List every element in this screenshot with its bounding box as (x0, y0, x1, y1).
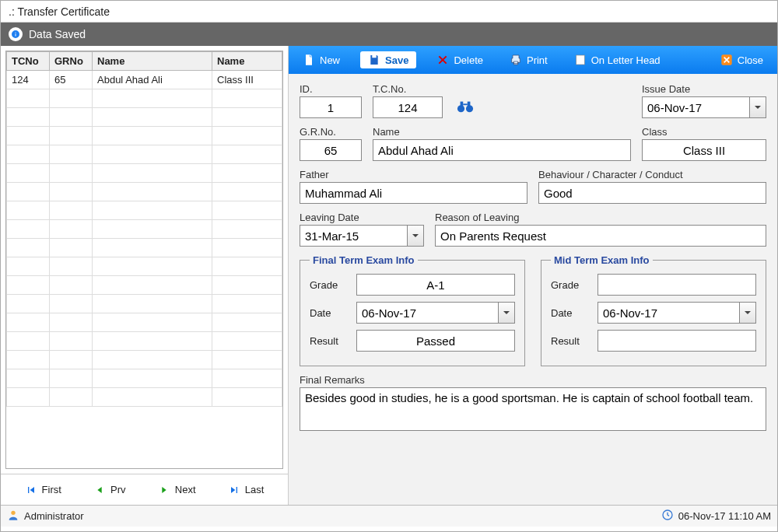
issuedate-dropdown[interactable] (642, 96, 766, 118)
mt-result-field[interactable] (598, 330, 756, 352)
table-row: . (7, 332, 282, 351)
nav-prev-button[interactable]: Prv (89, 481, 131, 499)
chevron-down-icon (412, 230, 419, 242)
cell-name: Abdul Ahad Ali (93, 71, 212, 89)
father-field[interactable] (300, 182, 527, 204)
svg-rect-5 (468, 101, 471, 106)
nav-prev-label: Prv (110, 484, 126, 495)
nav-last-label: Last (245, 484, 265, 495)
status-message: Data Saved (29, 28, 86, 40)
chevron-down-icon (503, 307, 510, 319)
letterhead-button[interactable]: On Letter Head (568, 51, 667, 68)
final-term-group: Final Term Exam Info Grade Date Result (300, 254, 525, 366)
tcno-label: T.C.No. (373, 83, 443, 95)
father-label: Father (300, 169, 527, 180)
table-row: . (7, 164, 282, 183)
mt-date-field[interactable] (598, 302, 739, 324)
window-title: .: Transfer Certificate (1, 1, 777, 23)
id-field[interactable] (300, 96, 362, 118)
save-button[interactable]: Save (360, 51, 416, 68)
form-pane: New Save Delete Print On Letter Head C (289, 46, 777, 505)
id-label: ID. (300, 83, 362, 95)
mt-date-label: Date (551, 307, 590, 319)
mt-grade-label: Grade (551, 279, 590, 291)
ft-date-dropdown[interactable] (356, 302, 515, 324)
lookup-button[interactable] (454, 96, 477, 118)
footer-datetime: 06-Nov-17 11:10 AM (678, 510, 771, 522)
grno-field[interactable] (300, 139, 362, 161)
name-field[interactable] (373, 139, 631, 161)
nav-first-button[interactable]: First (20, 481, 66, 499)
remarks-label: Final Remarks (300, 374, 766, 386)
col-name[interactable]: Name (93, 52, 212, 71)
table-row: . (7, 220, 282, 239)
leavingdate-label: Leaving Date (300, 212, 424, 223)
table-row: . (7, 183, 282, 201)
new-button[interactable]: New (296, 51, 346, 68)
behaviour-field[interactable] (538, 182, 766, 204)
ft-result-field[interactable] (356, 330, 515, 352)
col-class[interactable]: Name (212, 52, 282, 71)
close-button[interactable]: Close (714, 51, 769, 68)
svg-point-2 (457, 105, 464, 112)
next-icon (158, 484, 170, 496)
table-row: . (7, 388, 282, 407)
table-row: . (7, 108, 282, 127)
ft-grade-label: Grade (310, 279, 349, 291)
cell-grno: 65 (50, 71, 93, 89)
table-row: . (7, 127, 282, 145)
issuedate-label: Issue Date (642, 83, 766, 95)
mt-grade-field[interactable] (598, 274, 756, 296)
issuedate-field[interactable] (642, 96, 749, 118)
leavingdate-dropdown-button[interactable] (407, 225, 424, 247)
ft-date-dropdown-button[interactable] (498, 302, 515, 324)
ft-date-field[interactable] (356, 302, 498, 324)
col-tcno[interactable]: TCNo (7, 52, 50, 71)
ft-grade-field[interactable] (356, 274, 515, 296)
chevron-down-icon (744, 307, 752, 319)
delete-label: Delete (454, 54, 483, 66)
print-icon (510, 54, 522, 66)
nav-last-button[interactable]: Last (223, 481, 269, 499)
form-body: ID. T.C.No. Issue Date (289, 74, 777, 505)
status-bar: Administrator 06-Nov-17 11:10 AM (1, 505, 777, 527)
cell-class: Class III (212, 71, 282, 89)
grno-label: G.R.No. (300, 126, 362, 138)
table-row: . (7, 257, 282, 276)
nav-next-label: Next (175, 484, 196, 495)
grid-navbar: First Prv Next Last (1, 474, 288, 505)
leavingdate-dropdown[interactable] (300, 225, 424, 247)
cell-tcno: 124 (7, 71, 50, 89)
print-label: Print (527, 54, 548, 66)
binoculars-icon (457, 99, 474, 117)
table-row: . (7, 239, 282, 257)
mt-date-dropdown-button[interactable] (739, 302, 756, 324)
mt-result-label: Result (551, 335, 590, 347)
close-label: Close (738, 54, 763, 66)
tcno-field[interactable] (373, 96, 443, 118)
ft-result-label: Result (310, 335, 349, 347)
reason-field[interactable] (435, 225, 766, 247)
final-term-legend: Final Term Exam Info (310, 254, 418, 266)
records-grid[interactable]: TCNo GRNo Name Name 124 65 Abdul Ahad Al… (5, 51, 283, 469)
new-label: New (320, 54, 340, 66)
table-row[interactable]: 124 65 Abdul Ahad Ali Class III (7, 71, 282, 89)
leavingdate-field[interactable] (300, 225, 407, 247)
table-row: . (7, 295, 282, 313)
class-field[interactable] (642, 139, 766, 161)
table-row: . (7, 89, 282, 108)
delete-button[interactable]: Delete (430, 51, 489, 68)
nav-next-button[interactable]: Next (153, 481, 201, 499)
form-toolbar: New Save Delete Print On Letter Head C (289, 46, 777, 74)
svg-point-7 (11, 511, 15, 515)
svg-point-3 (466, 105, 473, 112)
print-button[interactable]: Print (503, 51, 554, 68)
behaviour-label: Behaviour / Character / Conduct (538, 169, 766, 180)
user-icon (7, 509, 19, 523)
remarks-field[interactable] (300, 387, 766, 431)
clock-icon (661, 509, 674, 523)
prev-icon (93, 484, 106, 496)
mt-date-dropdown[interactable] (598, 302, 756, 324)
col-grno[interactable]: GRNo (50, 52, 93, 71)
issuedate-dropdown-button[interactable] (749, 96, 766, 118)
